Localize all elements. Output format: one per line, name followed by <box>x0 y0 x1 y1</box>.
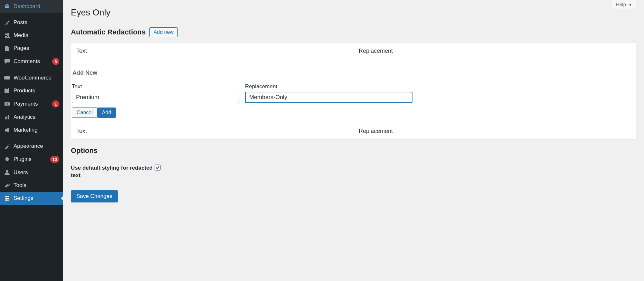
sidebar-item-users[interactable]: Users <box>0 166 63 179</box>
replacement-field-label: Replacement <box>245 83 412 90</box>
sidebar-item-label: Users <box>14 169 59 176</box>
sidebar-item-label: Pages <box>14 45 59 52</box>
sidebar-item-label: Settings <box>14 195 59 201</box>
help-label: Help <box>616 2 626 7</box>
sidebar-item-marketing[interactable]: Marketing <box>0 124 63 136</box>
text-field-label: Text <box>72 83 239 90</box>
sidebar-item-products[interactable]: Products <box>0 84 63 97</box>
sidebar-item-label: Analytics <box>14 114 59 120</box>
sidebar-item-label: Marketing <box>14 127 59 133</box>
pin-icon <box>4 19 10 26</box>
appearance-icon <box>4 143 10 149</box>
col-text-footer: Text <box>71 123 354 139</box>
sidebar-item-woocommerce[interactable]: WooCommerce <box>0 71 63 84</box>
comment-icon <box>4 58 10 65</box>
add-button[interactable]: Add <box>97 108 116 118</box>
svg-point-7 <box>6 170 8 173</box>
redactions-table: Text Replacement Add New Text <box>71 43 636 139</box>
svg-rect-5 <box>6 116 7 119</box>
svg-rect-1 <box>4 76 10 80</box>
sidebar-item-label: Comments <box>14 58 50 65</box>
sidebar-item-label: Dashboard <box>14 3 59 10</box>
sidebar-item-comments[interactable]: Comments 3 <box>0 55 63 68</box>
analytics-icon <box>4 114 10 120</box>
save-changes-button[interactable]: Save Changes <box>71 190 118 202</box>
check-icon <box>155 165 160 170</box>
add-new-heading: Add New <box>72 64 635 83</box>
svg-rect-6 <box>8 115 9 119</box>
sidebar-item-label: WooCommerce <box>14 75 59 81</box>
payment-icon: $ <box>4 101 10 107</box>
dashboard-icon <box>4 3 10 10</box>
settings-icon <box>4 195 10 201</box>
sidebar-item-payments[interactable]: $ Payments 1 <box>0 97 63 111</box>
svg-rect-4 <box>5 117 6 119</box>
svg-point-0 <box>5 33 7 35</box>
sidebar-item-appearance[interactable]: Appearance <box>0 140 63 153</box>
sidebar-item-label: Plugins <box>14 156 48 163</box>
marketing-icon <box>4 127 10 133</box>
sidebar-item-dashboard[interactable]: Dashboard <box>0 0 63 13</box>
sidebar-item-label: Posts <box>14 19 59 26</box>
svg-text:$: $ <box>6 103 8 106</box>
redactions-section-title: Automatic Redactions <box>71 28 146 36</box>
media-icon <box>4 32 10 39</box>
add-new-link[interactable]: Add new <box>149 27 178 37</box>
sidebar-item-pages[interactable]: Pages <box>0 42 63 55</box>
replacement-input[interactable] <box>245 92 412 103</box>
current-arrow-icon <box>58 196 63 201</box>
user-icon <box>4 169 10 176</box>
payments-badge: 1 <box>52 100 59 108</box>
plugins-badge: 10 <box>50 156 59 163</box>
options-section-title: Options <box>71 146 636 155</box>
product-icon <box>4 88 10 94</box>
tool-icon <box>4 182 10 189</box>
svg-rect-9 <box>5 198 9 199</box>
page-icon <box>4 45 10 52</box>
default-styling-checkbox[interactable] <box>155 164 161 171</box>
col-text-header: Text <box>71 43 354 59</box>
sidebar-item-plugins[interactable]: Plugins 10 <box>0 153 63 166</box>
svg-rect-11 <box>6 196 6 198</box>
col-replacement-header: Replacement <box>354 43 636 59</box>
sidebar-item-label: Media <box>14 32 59 39</box>
sidebar-item-settings[interactable]: Settings <box>0 192 63 205</box>
page-title: Eyes Only <box>71 3 636 21</box>
dropdown-triangle-icon: ▼ <box>629 3 632 7</box>
svg-rect-8 <box>5 196 9 197</box>
svg-rect-12 <box>8 198 8 199</box>
sidebar-item-label: Products <box>14 88 59 94</box>
sidebar-item-label: Tools <box>14 182 59 189</box>
sidebar-item-analytics[interactable]: Analytics <box>0 111 63 124</box>
cancel-button[interactable]: Cancel <box>72 108 98 118</box>
svg-rect-13 <box>6 199 7 201</box>
sidebar-item-label: Appearance <box>14 143 59 149</box>
sidebar-item-label: Payments <box>14 101 50 107</box>
col-replacement-footer: Replacement <box>354 123 636 139</box>
add-new-form: Add New Text Replacement <box>72 59 635 123</box>
plugin-icon <box>4 156 10 163</box>
text-input[interactable] <box>72 92 239 103</box>
sidebar-item-media[interactable]: Media <box>0 29 63 42</box>
sidebar-item-tools[interactable]: Tools <box>0 179 63 192</box>
main-content: Help ▼ Eyes Only Automatic Redactions Ad… <box>63 0 644 281</box>
default-styling-label: Use default styling for redacted text <box>71 164 155 179</box>
admin-sidebar: Dashboard Posts Media Pages Comments 3 W… <box>0 0 63 281</box>
help-tab[interactable]: Help ▼ <box>612 0 636 9</box>
woo-icon <box>4 75 10 81</box>
comments-badge: 3 <box>52 58 59 65</box>
sidebar-item-posts[interactable]: Posts <box>0 16 63 29</box>
